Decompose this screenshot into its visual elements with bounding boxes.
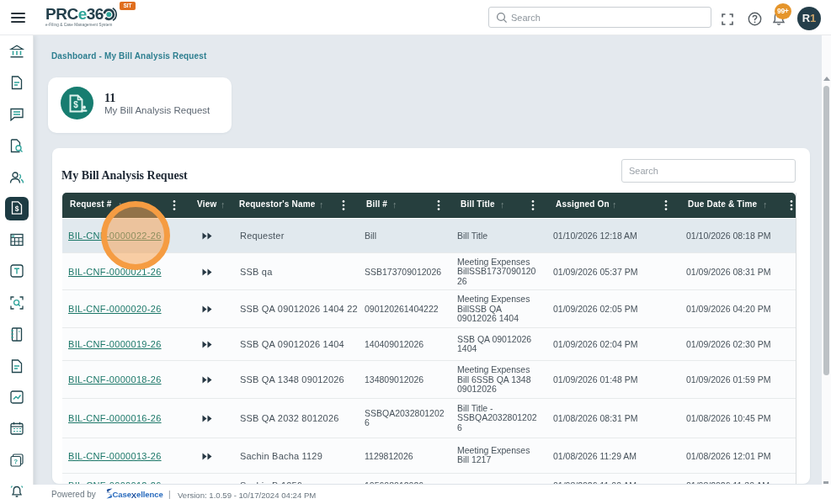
svg-text:$: $ [73,100,78,109]
svg-text:$: $ [15,204,19,213]
svg-text:?: ? [13,458,18,465]
